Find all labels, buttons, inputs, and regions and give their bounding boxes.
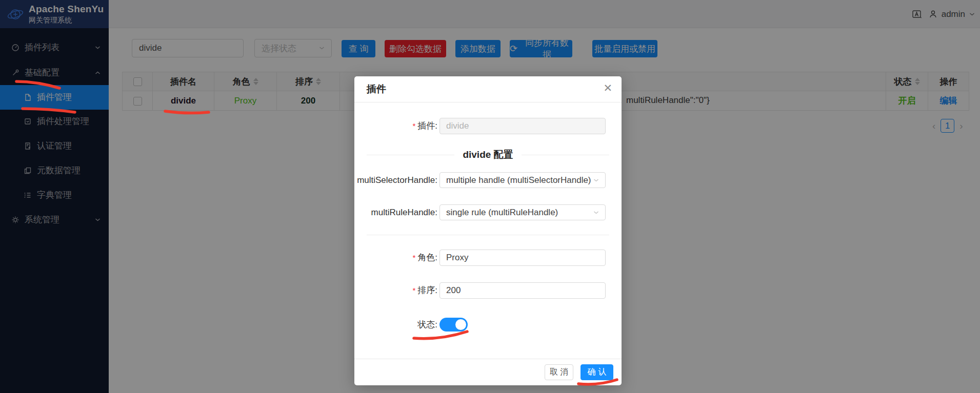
multi-rule-handle-select[interactable]: single rule (multiRuleHandle) bbox=[439, 204, 606, 220]
chevron-down-icon bbox=[593, 211, 599, 215]
required-mark: * bbox=[412, 286, 415, 295]
modal-title: 插件 bbox=[367, 76, 386, 102]
role-input[interactable] bbox=[439, 250, 606, 266]
config-section-divider: divide 配置 bbox=[367, 149, 609, 160]
status-field-label: 状态: bbox=[354, 318, 437, 332]
config-section-title: divide 配置 bbox=[463, 148, 513, 161]
chevron-down-icon bbox=[593, 178, 599, 182]
role-field-label: *角色: bbox=[354, 250, 437, 266]
plugin-name-input[interactable] bbox=[439, 118, 606, 134]
modal-footer: 取 消 确 认 bbox=[354, 359, 622, 385]
toggle-knob bbox=[455, 319, 466, 330]
multi-selector-handle-select[interactable]: multiple handle (multiSelectorHandle) bbox=[439, 172, 606, 188]
required-mark: * bbox=[412, 121, 415, 130]
sort-input[interactable] bbox=[439, 282, 606, 299]
sort-field-label: *排序: bbox=[354, 282, 437, 299]
msh-field-label: multiSelectorHandle: bbox=[354, 172, 437, 188]
required-mark: * bbox=[412, 253, 415, 262]
app-root: Apache ShenYu 网关管理系统 插件列表 基础配置 bbox=[0, 0, 980, 393]
plugin-field-label: *插件: bbox=[354, 118, 437, 134]
modal-header: 插件 ✕ bbox=[354, 76, 622, 102]
cancel-button[interactable]: 取 消 bbox=[545, 364, 573, 380]
mrh-field-label: multiRuleHandle: bbox=[354, 204, 437, 220]
close-icon[interactable]: ✕ bbox=[603, 82, 612, 93]
status-toggle[interactable] bbox=[439, 318, 468, 332]
plugin-modal: 插件 ✕ *插件: divide 配置 multiSelectorHandle:… bbox=[354, 76, 622, 385]
confirm-button[interactable]: 确 认 bbox=[581, 364, 613, 380]
section-divider-line bbox=[367, 235, 609, 235]
